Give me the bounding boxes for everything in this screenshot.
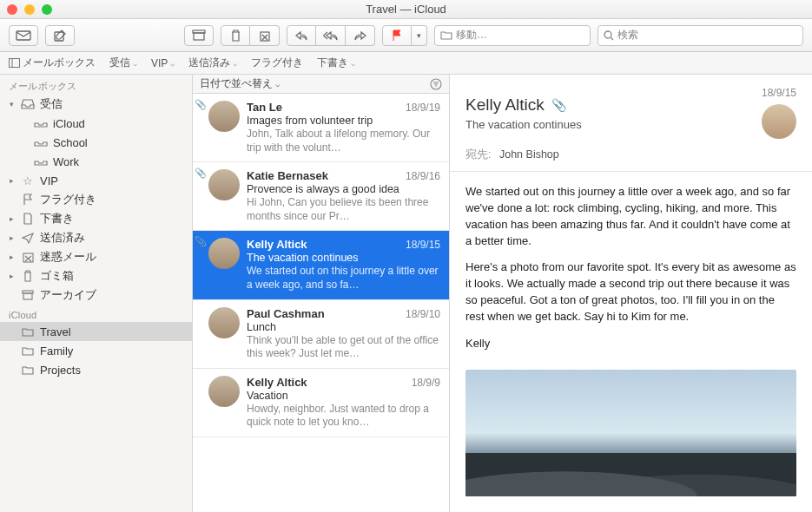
sidebar-item-flagged[interactable]: フラグ付き: [0, 190, 192, 209]
trash-icon: [230, 30, 241, 42]
message-item[interactable]: Kelly Altick18/9/9VacationHowdy, neighbo…: [193, 369, 449, 437]
fav-mailboxes[interactable]: メールボックス: [9, 56, 96, 70]
to-label: 宛先:: [465, 148, 491, 161]
junk-icon: [20, 251, 36, 263]
reply-button[interactable]: [287, 25, 316, 46]
junk-button[interactable]: [250, 25, 280, 46]
archive-button[interactable]: [184, 25, 214, 46]
favorites-bar: メールボックス 受信⌵ VIP⌵ 送信済み⌵ フラグ付き 下書き⌵: [0, 52, 812, 75]
folder-icon: [20, 325, 36, 338]
sidebar-item-school[interactable]: School: [0, 133, 192, 152]
fav-vip[interactable]: VIP⌵: [151, 57, 175, 69]
message-subject: Lunch: [247, 321, 440, 333]
message-reader: Kelly Altick 📎 The vacation continues 18…: [450, 75, 812, 512]
sidebar-item-vip[interactable]: ▸ ☆ VIP: [0, 171, 192, 190]
fav-sent[interactable]: 送信済み⌵: [188, 56, 237, 70]
move-to-dropdown[interactable]: 移動…: [434, 25, 591, 46]
message-date: 18/9/16: [406, 170, 440, 182]
search-field[interactable]: 検索: [597, 25, 803, 46]
reader-date: 18/9/15: [762, 87, 796, 99]
forward-button[interactable]: [346, 25, 375, 46]
reader-to: John Bishop: [499, 148, 559, 161]
minimize-window-button[interactable]: [24, 4, 35, 15]
message-item[interactable]: 📎Tan Le18/9/19Images from volunteer trip…: [193, 94, 449, 162]
sidebar-item-inbox[interactable]: ▾ 受信: [0, 95, 192, 114]
sidebar-item-family[interactable]: Family: [0, 341, 192, 360]
sidebar-item-work[interactable]: Work: [0, 152, 192, 171]
disclosure-triangle-icon[interactable]: ▸: [7, 214, 16, 223]
sort-bar[interactable]: 日付で並べ替え ⌵: [193, 75, 449, 94]
compose-button[interactable]: [45, 25, 75, 46]
folder-icon: [20, 364, 36, 376]
message-item[interactable]: 📎Kelly Altick18/9/15The vacation continu…: [193, 231, 449, 299]
sidebar-label: 迷惑メール: [40, 249, 96, 265]
paperclip-icon: 📎: [195, 167, 207, 179]
chevron-down-icon: ⌵: [275, 80, 280, 89]
fav-label: フラグ付き: [251, 56, 303, 70]
message-sender: Kelly Altick: [247, 376, 307, 389]
zoom-window-button[interactable]: [42, 4, 52, 15]
sidebar-label: Projects: [40, 364, 81, 377]
sidebar-item-sent[interactable]: ▸ 送信済み: [0, 228, 192, 247]
fav-drafts[interactable]: 下書き⌵: [317, 56, 355, 70]
reader-body: We started out on this journey a little …: [450, 172, 812, 370]
message-sender: Tan Le: [247, 101, 282, 114]
delete-button[interactable]: [221, 25, 250, 46]
message-item[interactable]: 📎Katie Bernasek18/9/16Provence is always…: [193, 162, 449, 231]
sender-avatar: [208, 238, 240, 269]
toolbar: ▾ 移動… 検索: [0, 19, 812, 52]
message-preview: We started out on this journey a little …: [247, 265, 440, 292]
attachment-photo[interactable]: [465, 370, 796, 496]
disclosure-triangle-icon[interactable]: ▾: [7, 100, 16, 108]
disclosure-triangle-icon[interactable]: ▸: [7, 272, 16, 280]
message-subject: Images from volunteer trip: [247, 115, 440, 127]
star-icon: ☆: [20, 174, 36, 187]
reply-all-button[interactable]: [316, 25, 346, 46]
svg-rect-0: [17, 31, 30, 40]
chevron-down-icon: ⌵: [133, 59, 137, 68]
sender-avatar: [208, 169, 240, 200]
sidebar-label: 送信済み: [40, 230, 85, 246]
reader-subject: The vacation continues: [465, 118, 762, 131]
sidebar-item-junk[interactable]: ▸ 迷惑メール: [0, 247, 192, 266]
chevron-down-icon: ⌵: [170, 59, 175, 68]
close-window-button[interactable]: [7, 4, 17, 15]
fav-inbox[interactable]: 受信⌵: [109, 56, 137, 70]
sidebar-item-travel[interactable]: Travel: [0, 322, 192, 341]
body-paragraph: Here's a photo from our favorite spot. I…: [465, 259, 796, 325]
message-sender: Paul Cashman: [247, 307, 325, 320]
message-item[interactable]: Paul Cashman18/9/10LunchThink you'll be …: [193, 300, 449, 369]
sidebar-item-trash[interactable]: ▸ ゴミ箱: [0, 266, 192, 286]
sidebar-label: Travel: [40, 325, 71, 338]
disclosure-triangle-icon[interactable]: ▸: [7, 253, 16, 261]
sender-avatar: [208, 376, 240, 407]
trash-icon: [20, 270, 36, 282]
flag-icon: [392, 30, 402, 42]
get-mail-button[interactable]: [9, 25, 38, 46]
reply-all-icon: [323, 30, 339, 41]
fav-flagged[interactable]: フラグ付き: [251, 56, 303, 70]
filter-icon[interactable]: [430, 78, 442, 90]
sidebar-item-drafts[interactable]: ▸ 下書き: [0, 209, 192, 228]
sidebar: メールボックス ▾ 受信 iCloud School Work ▸ ☆ VIP …: [0, 75, 193, 512]
sidebar-label: アーカイブ: [40, 287, 96, 303]
window-title: Travel — iCloud: [0, 3, 812, 16]
message-list: 日付で並べ替え ⌵ 📎Tan Le18/9/19Images from volu…: [193, 75, 450, 512]
svg-rect-8: [23, 253, 33, 262]
fav-label: 送信済み: [188, 56, 230, 70]
reader-header: Kelly Altick 📎 The vacation continues 18…: [450, 75, 812, 172]
sidebar-item-projects[interactable]: Projects: [0, 360, 192, 379]
flag-menu-button[interactable]: ▾: [412, 25, 427, 46]
fav-label: メールボックス: [23, 56, 96, 70]
chevron-down-icon: ⌵: [351, 59, 355, 68]
envelope-icon: [16, 30, 31, 41]
message-date: 18/9/9: [412, 377, 440, 389]
message-date: 18/9/19: [406, 102, 440, 114]
sidebar-item-archive[interactable]: アーカイブ: [0, 286, 192, 305]
disclosure-triangle-icon[interactable]: ▸: [7, 176, 16, 185]
flag-button[interactable]: [382, 25, 412, 46]
disclosure-triangle-icon[interactable]: ▸: [7, 233, 16, 242]
sidebar-label: School: [53, 136, 88, 149]
sidebar-item-icloud[interactable]: iCloud: [0, 114, 192, 133]
compose-icon: [54, 30, 66, 42]
